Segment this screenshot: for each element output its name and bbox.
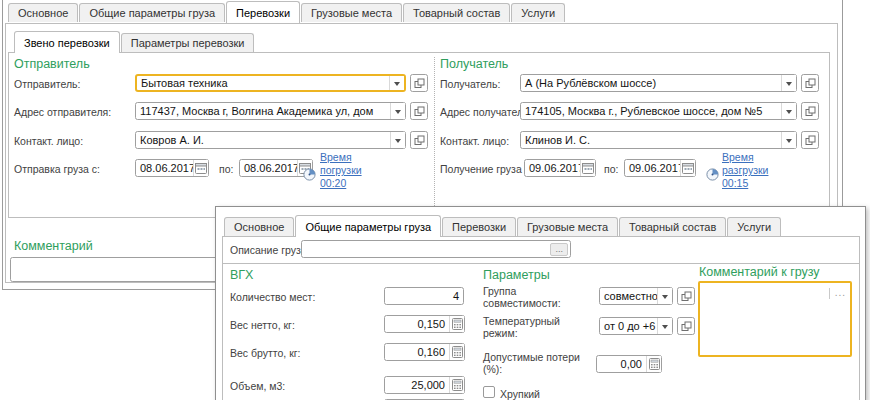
compat-group-combo[interactable]: совместно bbox=[599, 287, 673, 305]
sender-to-label: по: bbox=[219, 163, 233, 175]
column-separator bbox=[434, 57, 435, 212]
receiver-to-label: по: bbox=[604, 163, 618, 175]
receiver-date-to[interactable]: 09.06.2017 bbox=[624, 159, 696, 177]
net-weight-label: Вес нетто, кг: bbox=[230, 319, 295, 331]
cargo-description-input[interactable]: ... bbox=[301, 240, 571, 258]
temp-mode-label-line1: Температурный bbox=[483, 315, 560, 327]
receiver-dates-label: Получение груза с: bbox=[440, 163, 533, 175]
sender-name-open-button[interactable] bbox=[410, 74, 428, 92]
sender-date-from-value: 08.06.2017 bbox=[136, 160, 193, 176]
receiver-name-combo[interactable]: А (На Рублёвском шоссе) bbox=[520, 74, 797, 92]
window1-left-frame bbox=[2, 0, 3, 289]
losses-input[interactable]: 0,00 bbox=[596, 355, 662, 373]
sender-date-from[interactable]: 08.06.2017 bbox=[135, 159, 209, 177]
ellipsis-button[interactable]: ... bbox=[550, 243, 568, 256]
sender-name-label: Отправитель: bbox=[14, 78, 80, 90]
sender-contact-label: Контакт. лицо: bbox=[14, 135, 83, 147]
section-divider bbox=[222, 263, 860, 264]
tab-uslugi[interactable]: Услуги bbox=[511, 3, 565, 22]
tab-tovarnyy-sostav[interactable]: Товарный состав bbox=[619, 217, 726, 236]
chevron-down-icon[interactable] bbox=[781, 75, 796, 91]
cargo-description-value bbox=[302, 241, 550, 257]
sender-contact-value: Ковров А. И. bbox=[136, 132, 390, 148]
tab-perevozki[interactable]: Перевозки bbox=[442, 217, 516, 236]
open-form-icon bbox=[805, 78, 816, 89]
compat-group-label-line2: совместимости: bbox=[483, 297, 561, 309]
open-form-icon bbox=[681, 291, 692, 302]
receiver-contact-combo[interactable]: Клинов И. С. bbox=[520, 131, 797, 149]
temp-mode-open-button[interactable] bbox=[677, 317, 695, 335]
cargo-comment-textarea[interactable]: ... bbox=[698, 281, 852, 357]
receiver-address-open-button[interactable] bbox=[801, 102, 819, 120]
tab-osnovnoe[interactable]: Основное bbox=[8, 3, 78, 22]
compat-group-open-button[interactable] bbox=[677, 287, 695, 305]
open-form-icon bbox=[805, 106, 816, 117]
tab-uslugi[interactable]: Услуги bbox=[727, 217, 781, 236]
receiver-date-from[interactable]: 09.06.2017 bbox=[524, 159, 596, 177]
subtab-parametry-perevozki[interactable]: Параметры перевозки bbox=[121, 33, 255, 52]
chevron-down-icon[interactable] bbox=[657, 318, 672, 334]
net-weight-value: 0,150 bbox=[385, 316, 449, 332]
fragile-checkbox[interactable] bbox=[483, 386, 495, 398]
params-header: Параметры bbox=[483, 268, 550, 282]
unloading-time-link-value[interactable]: 00:15 bbox=[722, 177, 748, 189]
chevron-down-icon[interactable] bbox=[390, 132, 405, 148]
temp-mode-combo[interactable]: от 0 до +6 bbox=[599, 317, 673, 335]
net-weight-input[interactable]: 0,150 bbox=[384, 315, 465, 333]
chevron-down-icon[interactable] bbox=[390, 103, 405, 119]
calendar-icon[interactable] bbox=[193, 160, 208, 176]
calculator-icon[interactable] bbox=[646, 356, 661, 372]
window-2: Основное Общие параметры груза Перевозки… bbox=[215, 206, 866, 400]
calendar-icon[interactable] bbox=[680, 160, 695, 176]
tab-osnovnoe[interactable]: Основное bbox=[224, 217, 294, 236]
cargo-comment-header: Комментарий к грузу bbox=[699, 265, 820, 279]
loading-time-link-value[interactable]: 00:20 bbox=[320, 177, 346, 189]
receiver-contact-value: Клинов И. С. bbox=[521, 132, 781, 148]
receiver-name-label: Получатель: bbox=[440, 78, 500, 90]
comment-header: Комментарий bbox=[14, 239, 93, 253]
sender-date-to-value: 08.06.2017 bbox=[240, 160, 297, 176]
calculator-icon[interactable] bbox=[449, 344, 464, 360]
tab-gruzovye-mesta[interactable]: Грузовые места bbox=[301, 3, 402, 22]
gross-weight-input[interactable]: 0,160 bbox=[384, 343, 465, 361]
sender-address-combo[interactable]: 117437, Москва г, Волгина Академика ул, … bbox=[135, 102, 406, 120]
subtab-zveno-perevozki[interactable]: Звено перевозки bbox=[14, 31, 120, 53]
vgh-header: ВГХ bbox=[230, 268, 253, 282]
calendar-icon[interactable] bbox=[580, 160, 595, 176]
sender-contact-open-button[interactable] bbox=[410, 131, 428, 149]
losses-value: 0,00 bbox=[597, 356, 646, 372]
chevron-down-icon[interactable] bbox=[781, 132, 796, 148]
gross-weight-value: 0,160 bbox=[385, 344, 449, 360]
unloading-time-link-line1[interactable]: Время bbox=[722, 151, 754, 163]
sender-date-to[interactable]: 08.06.2017 bbox=[239, 159, 313, 177]
clock-icon bbox=[706, 167, 719, 185]
fragile-label: Хрупкий bbox=[500, 388, 540, 400]
loading-time-link-line2[interactable]: погрузки bbox=[320, 164, 362, 176]
calculator-icon[interactable] bbox=[449, 377, 464, 393]
tab-perevozki[interactable]: Перевозки bbox=[226, 1, 300, 23]
receiver-name-open-button[interactable] bbox=[801, 74, 819, 92]
chevron-down-icon[interactable] bbox=[781, 103, 796, 119]
places-count-value: 4 bbox=[385, 288, 463, 304]
sender-contact-combo[interactable]: Ковров А. И. bbox=[135, 131, 406, 149]
volume-input[interactable]: 25,000 bbox=[384, 376, 465, 394]
tab-obshchie-parametry-gruza[interactable]: Общие параметры груза bbox=[79, 3, 225, 22]
volume-value: 25,000 bbox=[385, 377, 449, 393]
loading-time-link-line1[interactable]: Время bbox=[320, 151, 352, 163]
sender-name-combo[interactable]: Бытовая техника bbox=[135, 74, 406, 92]
temp-mode-value: от 0 до +6 bbox=[600, 318, 657, 334]
ellipsis-button[interactable]: ... bbox=[835, 287, 846, 298]
tab-tovarnyy-sostav[interactable]: Товарный состав bbox=[403, 3, 510, 22]
receiver-address-combo[interactable]: 174105, Москва г., Рублевское шоссе, дом… bbox=[520, 102, 797, 120]
window1-bottom-frame bbox=[2, 289, 216, 290]
receiver-contact-open-button[interactable] bbox=[801, 131, 819, 149]
receiver-address-value: 174105, Москва г., Рублевское шоссе, дом… bbox=[521, 103, 781, 119]
places-count-input[interactable]: 4 bbox=[384, 287, 464, 305]
chevron-down-icon[interactable] bbox=[389, 76, 404, 90]
sender-address-open-button[interactable] bbox=[410, 102, 428, 120]
calculator-icon[interactable] bbox=[449, 316, 464, 332]
tab-obshchie-parametry-gruza[interactable]: Общие параметры груза bbox=[295, 215, 441, 237]
unloading-time-link-line2[interactable]: разгрузки bbox=[722, 164, 768, 176]
tab-gruzovye-mesta[interactable]: Грузовые места bbox=[517, 217, 618, 236]
chevron-down-icon[interactable] bbox=[657, 288, 672, 304]
